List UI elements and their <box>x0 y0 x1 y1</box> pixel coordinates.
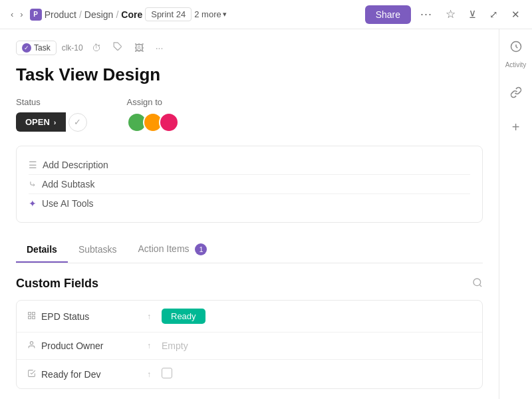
epd-status-label: EPD Status <box>41 311 89 322</box>
status-label: Status <box>16 97 87 107</box>
breadcrumb-design[interactable]: Design <box>84 9 114 20</box>
breadcrumb-sep-2: / <box>116 9 118 20</box>
right-sidebar: Activity + <box>499 29 532 399</box>
svg-line-3 <box>479 285 481 287</box>
avatar-3[interactable] <box>159 112 179 132</box>
fields-table: EPD Status ↑ Ready Product Owner ↑ Empty <box>16 300 483 389</box>
product-owner-value[interactable]: Empty <box>162 340 471 351</box>
product-owner-row[interactable]: Product Owner ↑ Empty <box>17 332 482 360</box>
epd-status-sort-icon: ↑ <box>147 312 151 321</box>
add-subtask-item[interactable]: ⤷ Add Subtask <box>29 175 470 194</box>
status-assign-row: Status OPEN › ✓ Assign to <box>16 97 483 132</box>
custom-fields-search-button[interactable] <box>472 277 483 291</box>
add-button[interactable]: + <box>505 116 527 138</box>
svg-rect-5 <box>33 312 35 315</box>
breadcrumb-sep-1: / <box>79 9 82 20</box>
description-icon: ☰ <box>29 160 37 170</box>
custom-fields-title: Custom Fields <box>16 277 98 291</box>
status-complete-button[interactable]: ✓ <box>68 113 87 132</box>
custom-fields-header: Custom Fields <box>16 277 483 291</box>
svg-rect-4 <box>29 312 31 315</box>
topbar-right: Share ··· ☆ ⊻ ⤢ ✕ <box>365 5 524 24</box>
status-value: OPEN <box>25 117 50 127</box>
activity-button[interactable] <box>505 36 527 57</box>
assign-section: Assign to <box>127 97 179 132</box>
tabs: Details Subtasks Action Items 1 <box>16 236 483 263</box>
ai-icon: ✦ <box>29 198 37 209</box>
breadcrumb-core[interactable]: Core <box>121 9 142 20</box>
task-check-icon: ✓ <box>22 43 31 53</box>
product-owner-icon <box>27 340 36 351</box>
add-description-label: Add Description <box>43 160 108 170</box>
task-title: Task View Design <box>16 65 483 85</box>
breadcrumb-more-button[interactable]: 2 more ▾ <box>194 9 226 19</box>
desc-card: ☰ Add Description ⤷ Add Subtask ✦ Use AI… <box>16 146 483 223</box>
chevron-right-icon: › <box>54 118 57 126</box>
epd-status-row[interactable]: EPD Status ↑ Ready <box>17 301 482 332</box>
subtask-icon: ⤷ <box>29 179 37 190</box>
ready-badge: Ready <box>162 309 205 324</box>
ready-for-dev-sort-icon: ↑ <box>147 370 151 379</box>
image-icon-button[interactable]: 🖼 <box>131 41 147 55</box>
nav-arrows: ‹ › <box>8 7 26 22</box>
topbar: ‹ › P Product / Design / Core Sprint 24 … <box>0 0 532 29</box>
star-button[interactable]: ☆ <box>442 5 460 24</box>
product-owner-empty: Empty <box>162 340 188 351</box>
tab-action-items-label: Action Items <box>138 243 190 254</box>
show-empty-fields-button[interactable]: ▾ Show empty fields <box>16 389 94 399</box>
tab-action-items[interactable]: Action Items 1 <box>128 237 218 263</box>
avatars[interactable] <box>127 112 179 132</box>
tab-details[interactable]: Details <box>16 237 68 263</box>
assign-label: Assign to <box>127 97 179 107</box>
ready-for-dev-value[interactable] <box>162 368 471 380</box>
tag-icon-button[interactable] <box>110 40 126 55</box>
svg-point-2 <box>473 279 481 286</box>
add-subtask-label: Add Subtask <box>42 179 94 190</box>
main-content: ✓ Task clk-10 ⏱ 🖼 ··· Task View Design S… <box>0 29 499 399</box>
ready-for-dev-row[interactable]: Ready for Dev ↑ <box>17 360 482 388</box>
ready-for-dev-label: Ready for Dev <box>41 369 100 380</box>
product-owner-name-col: Product Owner <box>27 340 147 351</box>
task-id: clk-10 <box>62 43 83 53</box>
activity-label: Activity <box>505 61 527 68</box>
product-owner-sort-icon: ↑ <box>147 341 151 350</box>
product-owner-label: Product Owner <box>41 340 103 351</box>
link-button[interactable] <box>505 82 527 103</box>
use-ai-label: Use AI Tools <box>42 198 94 209</box>
breadcrumb-more-label: 2 more <box>194 9 221 19</box>
close-button[interactable]: ✕ <box>507 6 524 23</box>
tab-subtasks-label: Subtasks <box>78 244 117 255</box>
epd-status-icon <box>27 311 36 322</box>
nav-back-button[interactable]: ‹ <box>8 7 16 22</box>
add-description-item[interactable]: ☰ Add Description <box>29 156 470 175</box>
status-open-button[interactable]: OPEN › <box>16 112 66 132</box>
svg-point-8 <box>30 342 33 344</box>
epd-status-name-col: EPD Status <box>27 311 147 322</box>
more-options-button[interactable]: ··· <box>416 5 436 24</box>
timer-icon-button[interactable]: ⏱ <box>88 41 104 55</box>
breadcrumb-sprint[interactable]: Sprint 24 <box>145 7 192 21</box>
expand-button[interactable]: ⤢ <box>485 6 502 23</box>
tab-subtasks[interactable]: Subtasks <box>68 237 128 263</box>
more-meta-button[interactable]: ··· <box>152 41 167 55</box>
breadcrumb: P Product / Design / Core Sprint 24 2 mo… <box>30 7 227 21</box>
use-ai-item[interactable]: ✦ Use AI Tools <box>29 194 470 213</box>
svg-rect-6 <box>29 316 31 319</box>
tab-details-label: Details <box>27 244 57 255</box>
ready-for-dev-name-col: Ready for Dev <box>27 369 147 380</box>
breadcrumb-product[interactable]: Product <box>45 9 76 20</box>
epd-status-value[interactable]: Ready <box>162 309 471 324</box>
ready-for-dev-icon <box>27 369 36 380</box>
task-type-badge: ✓ Task <box>16 41 57 55</box>
nav-forward-button[interactable]: › <box>17 7 25 22</box>
status-section: Status OPEN › ✓ <box>16 97 87 132</box>
download-button[interactable]: ⊻ <box>465 6 480 23</box>
share-button[interactable]: Share <box>365 5 411 24</box>
status-btn-group: OPEN › ✓ <box>16 112 87 132</box>
task-meta: ✓ Task clk-10 ⏱ 🖼 ··· <box>16 40 483 55</box>
project-icon: P <box>30 9 42 21</box>
svg-rect-7 <box>33 316 35 319</box>
chevron-down-icon: ▾ <box>223 10 227 19</box>
ready-for-dev-checkbox[interactable] <box>162 368 172 378</box>
action-items-badge: 1 <box>195 243 207 255</box>
